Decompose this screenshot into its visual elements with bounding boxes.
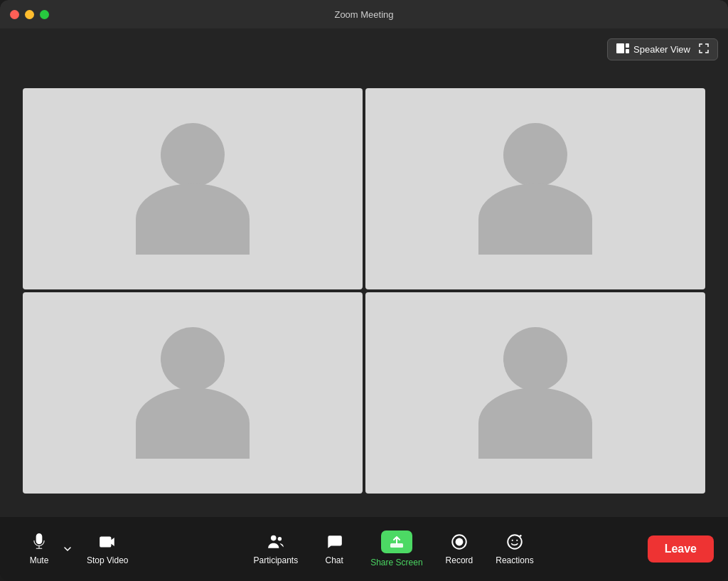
svg-rect-2 <box>626 49 629 53</box>
svg-point-3 <box>271 535 277 541</box>
mute-caret-button[interactable] <box>64 541 73 558</box>
record-button[interactable]: Record <box>434 527 485 571</box>
mute-button[interactable]: Mute <box>14 527 64 571</box>
toolbar: Mute Stop Video <box>0 517 728 581</box>
avatar-3 <box>136 327 250 459</box>
avatar-body-1 <box>136 183 250 255</box>
avatar-body-3 <box>136 388 250 459</box>
record-icon <box>450 533 469 551</box>
mute-group: Mute <box>14 527 73 571</box>
avatar-head-2 <box>503 123 567 187</box>
close-button[interactable] <box>10 10 19 19</box>
avatar-head-3 <box>161 327 225 391</box>
minimize-button[interactable] <box>25 10 34 19</box>
share-screen-label: Share Screen <box>370 558 422 567</box>
svg-rect-0 <box>616 43 624 53</box>
avatar-head-1 <box>161 123 225 187</box>
svg-rect-1 <box>626 43 629 48</box>
video-cell-1 <box>23 88 363 289</box>
participants-label: Participants <box>253 555 298 565</box>
stop-video-label: Stop Video <box>87 555 129 565</box>
chat-button[interactable]: Chat <box>309 527 359 571</box>
reactions-icon <box>505 533 524 551</box>
speaker-view-label: Speaker View <box>633 44 690 55</box>
video-camera-icon <box>98 533 117 551</box>
fullscreen-icon <box>699 43 709 55</box>
participants-icon <box>267 533 285 551</box>
video-grid <box>23 88 705 494</box>
svg-point-10 <box>516 540 518 541</box>
speaker-view-icon <box>616 43 629 55</box>
avatar-body-2 <box>478 183 592 255</box>
main-area: Speaker View <box>0 28 728 517</box>
video-cell-3 <box>23 292 363 494</box>
reactions-label: Reactions <box>496 555 533 565</box>
title-bar: Zoom Meeting <box>0 0 728 28</box>
toolbar-left: Mute Stop Video <box>14 527 140 571</box>
svg-point-7 <box>456 538 464 546</box>
svg-point-4 <box>278 537 282 540</box>
maximize-button[interactable] <box>40 10 49 19</box>
reactions-button[interactable]: Reactions <box>484 527 545 571</box>
record-label: Record <box>446 555 473 565</box>
stop-video-button[interactable]: Stop Video <box>75 527 140 571</box>
svg-rect-5 <box>390 543 403 548</box>
toolbar-center: Participants Chat Share Screen <box>140 525 648 573</box>
svg-point-11 <box>520 535 522 536</box>
chat-label: Chat <box>326 555 343 565</box>
mute-label: Mute <box>30 555 49 565</box>
share-screen-button[interactable]: Share Screen <box>359 525 434 573</box>
window-title: Zoom Meeting <box>334 9 393 20</box>
chat-icon <box>325 533 343 551</box>
avatar-4 <box>478 327 592 459</box>
video-cell-4 <box>365 292 705 494</box>
avatar-1 <box>136 123 250 255</box>
speaker-view-button[interactable]: Speaker View <box>607 38 718 60</box>
toolbar-right: Leave <box>648 535 714 563</box>
leave-button[interactable]: Leave <box>648 535 714 563</box>
svg-point-9 <box>512 540 513 541</box>
avatar-2 <box>478 123 592 255</box>
share-screen-icon <box>381 531 412 553</box>
video-cell-2 <box>365 88 705 289</box>
avatar-head-4 <box>503 327 567 391</box>
microphone-icon <box>30 533 48 551</box>
avatar-body-4 <box>478 388 592 459</box>
participants-button[interactable]: Participants <box>242 527 309 571</box>
window-controls <box>10 10 49 19</box>
